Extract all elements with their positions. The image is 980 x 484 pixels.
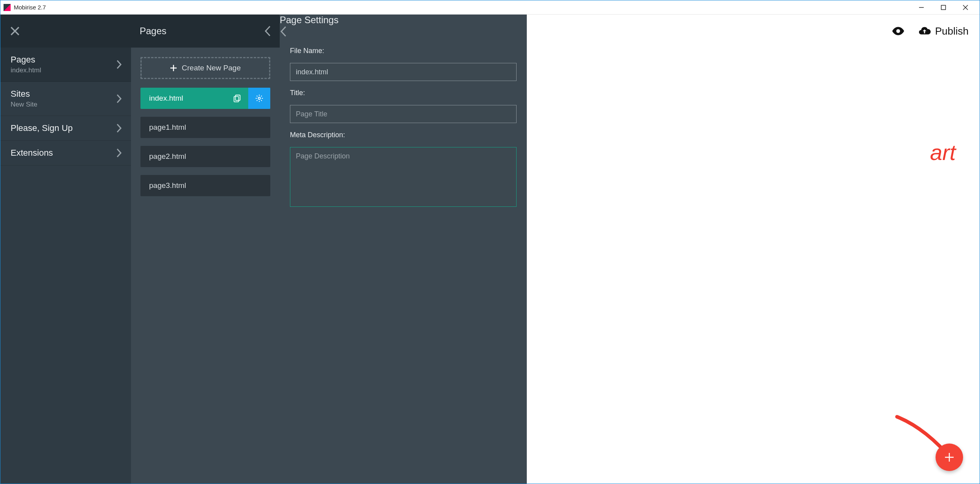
sidebar-header (0, 15, 131, 48)
chevron-right-icon (116, 59, 122, 70)
main-area: Pages index.html Sites New Site Please, … (0, 15, 980, 484)
create-new-page-label: Create New Page (182, 64, 241, 72)
title-label: Title: (290, 89, 517, 97)
page-item-label: page2.html (149, 152, 186, 161)
plus-icon (170, 64, 177, 72)
page-settings-header: Page Settings (280, 15, 527, 37)
canvas-area: Publish art (527, 15, 980, 484)
page-list-item[interactable]: index.html (140, 88, 270, 109)
publish-button[interactable]: Publish (918, 24, 969, 38)
sidebar-item-label: Pages (11, 55, 116, 65)
close-sidebar-button[interactable] (9, 25, 21, 37)
page-settings-body: File Name: Title: Meta Description: (280, 37, 527, 216)
top-right-actions: Publish (880, 15, 980, 48)
window-minimize-button[interactable] (910, 0, 932, 15)
pages-panel-back-button[interactable] (264, 25, 271, 37)
handwriting-annotation: art (930, 133, 977, 180)
window-title: Mobirise 2.7 (14, 4, 46, 11)
chevron-right-icon (116, 148, 122, 158)
sidebar-item[interactable]: Please, Sign Up (0, 116, 131, 141)
panel-stack: Pages index.html Sites New Site Please, … (0, 15, 527, 484)
sidebar-item-label: Sites (11, 89, 116, 99)
page-item-label: page3.html (149, 181, 186, 190)
pages-panel: Pages Create New Page index.html (131, 15, 280, 484)
svg-text:art: art (930, 140, 957, 165)
page-list-item[interactable]: page2.html (140, 146, 270, 167)
window-maximize-button[interactable] (932, 0, 954, 15)
chevron-right-icon (116, 123, 122, 133)
svg-point-11 (896, 29, 900, 33)
sidebar-item[interactable]: Extensions (0, 141, 131, 166)
page-settings-button[interactable] (248, 88, 270, 109)
title-input[interactable] (290, 105, 517, 123)
publish-label: Publish (935, 25, 969, 37)
sidebar-item[interactable]: Pages index.html (0, 48, 131, 82)
pages-panel-header: Pages (131, 15, 280, 48)
sidebar-item-sublabel: index.html (11, 66, 116, 74)
meta-description-label: Meta Description: (290, 131, 517, 139)
sidebar: Pages index.html Sites New Site Please, … (0, 15, 131, 484)
app-window: Mobirise 2.7 Pages index.html (0, 0, 980, 484)
page-list-item[interactable]: page3.html (140, 175, 270, 196)
page-list-item[interactable]: page1.html (140, 117, 270, 138)
sidebar-item[interactable]: Sites New Site (0, 82, 131, 116)
page-item-label: index.html (149, 94, 226, 103)
preview-button[interactable] (891, 24, 905, 38)
file-name-label: File Name: (290, 47, 517, 55)
page-settings-title: Page Settings (280, 15, 527, 26)
file-name-input[interactable] (290, 63, 517, 81)
plus-icon (944, 452, 954, 462)
svg-rect-9 (234, 96, 239, 102)
meta-description-input[interactable] (290, 147, 517, 207)
sidebar-item-label: Please, Sign Up (11, 123, 116, 133)
page-settings-panel: Page Settings File Name: Title: Meta Des… (280, 15, 527, 484)
pages-panel-body: Create New Page index.html page1.htmlpag… (131, 48, 280, 213)
svg-point-10 (258, 97, 260, 99)
page-settings-back-button[interactable] (280, 26, 527, 37)
cloud-upload-icon (918, 24, 931, 38)
app-icon (4, 4, 11, 11)
add-block-fab[interactable] (936, 444, 963, 471)
window-close-button[interactable] (954, 0, 976, 15)
chevron-right-icon (116, 94, 122, 104)
svg-rect-8 (235, 95, 240, 101)
svg-rect-1 (941, 5, 946, 9)
sidebar-item-label: Extensions (11, 148, 116, 158)
sidebar-item-sublabel: New Site (11, 101, 116, 109)
window-titlebar: Mobirise 2.7 (0, 0, 980, 15)
pages-panel-title: Pages (140, 26, 264, 37)
duplicate-page-button[interactable] (226, 88, 248, 109)
page-item-label: page1.html (149, 123, 186, 132)
create-new-page-button[interactable]: Create New Page (140, 57, 270, 79)
